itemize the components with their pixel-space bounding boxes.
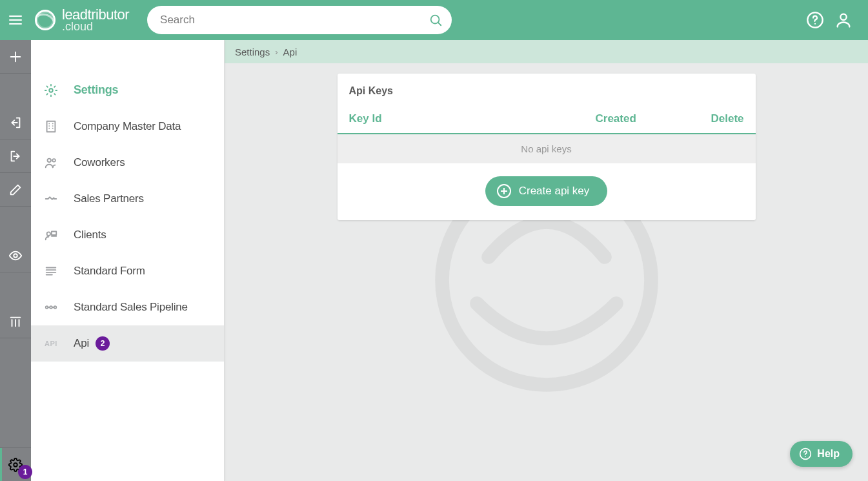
- svg-point-27: [52, 159, 56, 162]
- rail-blank2: [0, 207, 31, 239]
- sidebar-item-form[interactable]: Standard Form: [31, 253, 224, 289]
- sidebar: Settings Company Master Data Coworkers S…: [31, 40, 225, 481]
- sidebar-item-clients[interactable]: Clients: [31, 217, 224, 253]
- svg-rect-29: [52, 231, 56, 235]
- sidebar-item-label: Standard Form: [74, 265, 224, 278]
- help-float-button[interactable]: Help: [790, 441, 853, 467]
- sidebar-item-badge: 2: [96, 336, 110, 351]
- svg-point-17: [14, 463, 17, 467]
- card-title: Api Keys: [338, 74, 756, 106]
- sidebar-item-company[interactable]: Company Master Data: [31, 108, 224, 145]
- client-icon: [44, 228, 58, 242]
- form-icon: [44, 264, 58, 278]
- topbar-actions: [806, 11, 868, 29]
- content-area: Api Keys Key Id Created Delete No api ke…: [225, 63, 868, 481]
- rail-inbox[interactable]: [0, 106, 31, 139]
- rail-watch[interactable]: [0, 239, 31, 272]
- archive-icon: [8, 314, 23, 329]
- sidebar-item-label: Company Master Data: [74, 120, 224, 133]
- chevron-right-icon: ›: [275, 47, 278, 57]
- svg-rect-19: [47, 121, 56, 132]
- topbar: leadtributor .cloud: [0, 0, 868, 40]
- table-empty-row: No api keys: [338, 134, 756, 163]
- svg-point-28: [47, 232, 51, 236]
- search-bar: [147, 6, 452, 34]
- menu-icon: [8, 12, 23, 28]
- help-icon: [799, 447, 812, 460]
- rail-settings-badge: 1: [18, 465, 32, 479]
- api-keys-card: Api Keys Key Id Created Delete No api ke…: [338, 74, 756, 220]
- search-input[interactable]: [160, 14, 429, 26]
- pipeline-icon: [44, 300, 58, 314]
- col-delete: Delete: [692, 112, 744, 125]
- sidebar-item-label: Standard Sales Pipeline: [74, 301, 224, 314]
- breadcrumb-leaf: Api: [283, 46, 298, 57]
- breadcrumb-root[interactable]: Settings: [235, 46, 270, 57]
- eye-icon: [8, 249, 23, 263]
- svg-point-12: [14, 254, 17, 258]
- sidebar-item-label: Api 2: [74, 336, 224, 351]
- rail-archive[interactable]: [0, 305, 31, 338]
- col-key-id: Key Id: [349, 112, 596, 125]
- sidebar-heading-label: Settings: [74, 83, 224, 97]
- col-created: Created: [596, 112, 692, 125]
- plus-circle-icon: [497, 184, 511, 198]
- handshake-icon: [44, 192, 58, 206]
- gear-icon: [44, 83, 58, 97]
- svg-point-18: [49, 88, 53, 92]
- sidebar-heading-settings[interactable]: Settings: [31, 72, 224, 108]
- table-header: Key Id Created Delete: [338, 106, 756, 134]
- sidebar-item-coworkers[interactable]: Coworkers: [31, 145, 224, 181]
- sidebar-item-partners[interactable]: Sales Partners: [31, 181, 224, 217]
- rail-edit[interactable]: [0, 173, 31, 207]
- svg-line-4: [438, 23, 441, 25]
- brand-text: leadtributor .cloud: [62, 7, 129, 33]
- rail-add[interactable]: [0, 40, 31, 74]
- sidebar-item-api[interactable]: API Api 2: [31, 325, 224, 362]
- logout-icon: [8, 149, 23, 163]
- rail-settings[interactable]: 1: [0, 447, 31, 481]
- rail-outbox[interactable]: [0, 139, 31, 173]
- svg-point-26: [48, 158, 52, 162]
- api-icon: API: [43, 340, 59, 347]
- breadcrumb: Settings › Api: [225, 40, 868, 63]
- menu-toggle[interactable]: [0, 0, 31, 40]
- logo-icon: [35, 10, 56, 30]
- sidebar-item-label: Clients: [74, 229, 224, 241]
- sidebar-item-label: Coworkers: [74, 156, 224, 169]
- rail-blank3: [0, 272, 31, 305]
- user-icon[interactable]: [834, 11, 853, 29]
- users-icon: [44, 156, 58, 170]
- edit-icon: [8, 183, 23, 197]
- sidebar-item-label: Sales Partners: [74, 192, 224, 205]
- login-icon: [8, 116, 23, 130]
- help-icon[interactable]: [806, 11, 824, 29]
- main: Settings › Api Api Keys Key Id Created D…: [225, 40, 868, 481]
- plus-icon: [8, 50, 23, 64]
- svg-point-7: [840, 14, 846, 20]
- search-icon[interactable]: [429, 13, 443, 27]
- brand[interactable]: leadtributor .cloud: [35, 7, 129, 33]
- rail: 1: [0, 40, 31, 481]
- rail-blank: [0, 74, 31, 106]
- building-icon: [44, 119, 58, 134]
- create-api-key-label: Create api key: [519, 185, 590, 198]
- create-api-key-button[interactable]: Create api key: [485, 176, 608, 206]
- sidebar-item-pipeline[interactable]: Standard Sales Pipeline: [31, 289, 224, 325]
- help-float-label: Help: [817, 448, 840, 460]
